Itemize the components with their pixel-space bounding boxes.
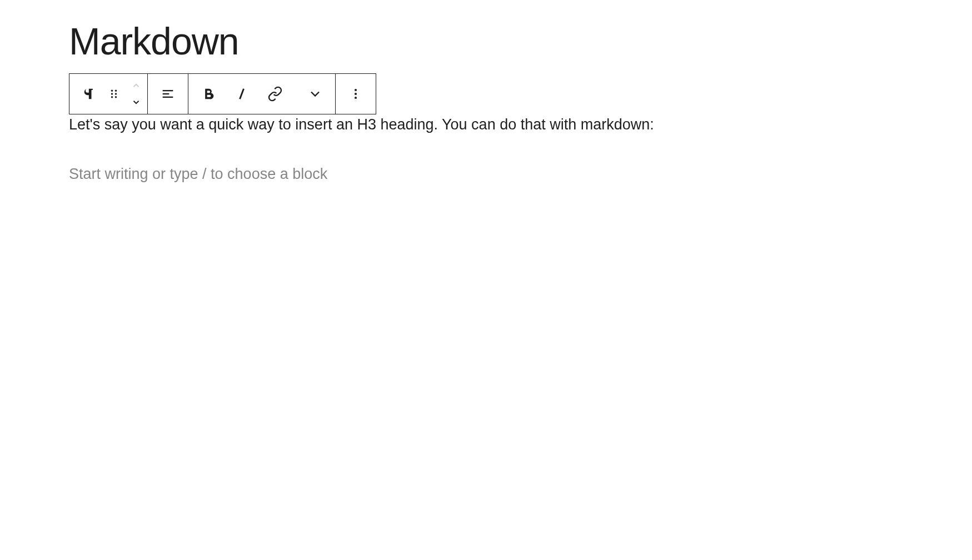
options-button[interactable] (336, 74, 376, 114)
block-type-button[interactable] (76, 74, 103, 114)
svg-point-11 (355, 93, 357, 95)
paragraph-icon (82, 86, 97, 102)
svg-point-5 (115, 96, 117, 98)
toolbar-group-align (148, 74, 188, 114)
drag-handle-button[interactable] (103, 74, 125, 114)
link-button[interactable] (255, 74, 295, 114)
drag-icon (106, 86, 122, 102)
svg-point-0 (111, 89, 113, 92)
block-toolbar (69, 73, 376, 114)
link-icon (267, 86, 283, 102)
svg-point-12 (355, 97, 357, 99)
toolbar-group-block (69, 74, 148, 114)
empty-block-placeholder[interactable]: Start writing or type / to choose a bloc… (69, 163, 972, 186)
bold-icon (201, 86, 216, 102)
align-left-icon (160, 86, 176, 102)
toolbar-group-options (336, 74, 376, 114)
page-title[interactable]: Markdown (69, 22, 972, 60)
svg-point-3 (115, 93, 117, 95)
italic-icon (234, 86, 250, 102)
svg-point-4 (111, 96, 113, 98)
align-button[interactable] (148, 74, 188, 114)
chevron-up-icon (131, 81, 141, 91)
mover-group (125, 74, 147, 114)
more-vertical-icon (348, 86, 363, 102)
more-formatting-button[interactable] (295, 74, 335, 114)
bold-button[interactable] (188, 74, 228, 114)
svg-point-10 (355, 89, 357, 91)
italic-button[interactable] (228, 74, 255, 114)
paragraph-block[interactable]: Let's say you want a quick way to insert… (69, 113, 972, 136)
chevron-down-icon (307, 86, 323, 102)
svg-point-1 (115, 89, 117, 92)
move-down-button[interactable] (125, 94, 147, 111)
toolbar-group-format (188, 74, 336, 114)
svg-line-9 (240, 89, 244, 99)
svg-point-2 (111, 93, 113, 95)
chevron-down-icon (131, 97, 141, 107)
editor-container: Markdown (0, 22, 972, 185)
move-up-button (125, 77, 147, 94)
